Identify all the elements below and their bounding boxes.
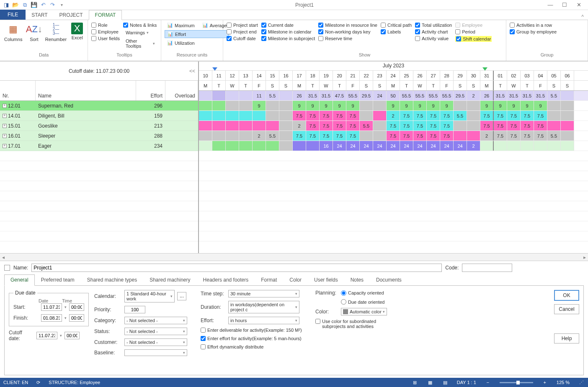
schedule-cell[interactable]: 7.5 xyxy=(346,121,360,131)
schedule-cell[interactable] xyxy=(226,141,239,151)
col-header-name[interactable]: Name xyxy=(36,81,136,100)
chk-notes[interactable]: Notes & links xyxy=(123,23,157,28)
calendar-select[interactable]: 1 Standard 40-hour work xyxy=(124,290,175,302)
resize-handle-icon[interactable]: ⋰ xyxy=(578,380,585,385)
schedule-cell[interactable] xyxy=(266,141,279,151)
chk-current-date[interactable]: Current date xyxy=(261,23,315,28)
schedule-cell[interactable]: 5.5 xyxy=(360,121,373,131)
tab-format[interactable]: FORMAT xyxy=(89,10,122,20)
expand-icon[interactable]: + xyxy=(3,144,7,148)
tab-file[interactable]: FILE xyxy=(0,10,26,20)
schedule-cell[interactable] xyxy=(279,141,293,151)
employee-row[interactable]: +17.01 Eager 234 xyxy=(0,141,198,151)
calendar-browse-button[interactable]: ... xyxy=(177,292,186,300)
schedule-cell[interactable]: 7.5 xyxy=(306,131,320,141)
schedule-cell[interactable]: 7.5 xyxy=(306,111,320,120)
renumber-button[interactable]: 1—2—3—Renumber xyxy=(45,22,67,43)
chk-reserve-time[interactable]: Reserve time xyxy=(318,36,377,41)
schedule-cell[interactable]: 24 xyxy=(346,141,360,151)
schedule-cell[interactable]: 7.5 xyxy=(333,111,346,120)
schedule-cell[interactable]: 7.5 xyxy=(427,121,440,131)
radio-capacity[interactable]: Capacity oriented xyxy=(341,290,384,296)
schedule-cell[interactable]: 9 xyxy=(494,101,507,110)
schedule-cell[interactable] xyxy=(534,141,547,151)
open-icon[interactable]: 📂 xyxy=(12,1,19,9)
schedule-cell[interactable]: 7.5 xyxy=(413,121,427,131)
view-icon-1[interactable]: ⊞ xyxy=(412,380,418,385)
schedule-cell[interactable] xyxy=(373,121,387,131)
effort-select[interactable]: in hours xyxy=(228,317,299,324)
utilization-button[interactable]: 📊Utilization xyxy=(165,39,229,46)
chk-milestone-res[interactable]: Milestone in resource line xyxy=(318,23,377,28)
schedule-cell[interactable]: 7.5 xyxy=(494,111,507,120)
chk-cutoff-date[interactable]: Cutoff date xyxy=(227,36,258,41)
schedule-cell[interactable] xyxy=(561,121,574,131)
schedule-cell[interactable]: 7.5 xyxy=(400,131,413,141)
schedule-cell[interactable]: 7.5 xyxy=(534,121,547,131)
chk-period[interactable]: Period xyxy=(455,29,492,34)
schedule-cell[interactable]: 7.5 xyxy=(427,111,440,120)
expand-icon[interactable]: + xyxy=(3,104,7,108)
ptab-general[interactable]: General xyxy=(4,274,35,286)
schedule-cell[interactable]: 7.5 xyxy=(440,121,454,131)
schedule-cell[interactable]: 24 xyxy=(360,141,373,151)
schedule-cell[interactable] xyxy=(454,121,467,131)
schedule-cell[interactable]: 5.5 xyxy=(266,131,279,141)
schedule-cell[interactable]: 7.5 xyxy=(440,111,454,120)
chk-total-util[interactable]: Total utilization xyxy=(415,23,452,28)
schedule-cell[interactable] xyxy=(239,111,253,120)
schedule-cell[interactable]: 7.5 xyxy=(306,121,320,131)
chk-group-employee[interactable]: Group by employee xyxy=(510,29,557,34)
schedule-cell[interactable]: 7.5 xyxy=(320,111,333,120)
chk-enter-effort[interactable]: Enter effort for activity(Example: 5 man… xyxy=(201,336,305,341)
employee-row[interactable]: +16.01 Sleeper 288 xyxy=(0,131,198,141)
schedule-cell[interactable] xyxy=(561,101,574,110)
schedule-cell[interactable] xyxy=(467,121,480,131)
schedule-cell[interactable] xyxy=(199,131,212,141)
schedule-cell[interactable]: 7.5 xyxy=(507,121,521,131)
start-date-input[interactable] xyxy=(41,303,62,311)
chk-nonworking[interactable]: Non-working days key xyxy=(318,29,377,34)
cutoff-time-input[interactable] xyxy=(64,332,80,339)
ptab-docs[interactable]: Documents xyxy=(370,274,408,285)
finish-date-input[interactable] xyxy=(41,314,62,322)
name-input[interactable] xyxy=(31,264,442,272)
color-select[interactable]: Automatic color xyxy=(341,308,387,315)
chk-milestone-cal[interactable]: Milestone in calendar xyxy=(261,29,315,34)
chk-employee[interactable]: Employee xyxy=(91,29,120,34)
schedule-cell[interactable] xyxy=(253,121,266,131)
schedule-cell[interactable]: 9 xyxy=(293,101,306,110)
employee-row[interactable]: +15.01 Goeslike 213 xyxy=(0,121,198,131)
zoom-out-button[interactable]: − xyxy=(485,380,491,385)
schedule-cell[interactable]: 24 xyxy=(440,141,454,151)
view-icon-3[interactable]: ▤ xyxy=(442,380,449,385)
undo-stack-icon[interactable]: ⧉ xyxy=(21,1,28,9)
schedule-cell[interactable] xyxy=(266,111,279,120)
zoom-in-button[interactable]: + xyxy=(542,380,548,385)
close-button[interactable]: ✕ xyxy=(574,2,584,8)
chk-deliverable[interactable]: Enter deliverable for activity(Example: … xyxy=(201,328,305,333)
finish-time-input[interactable] xyxy=(69,314,84,322)
effort-button[interactable]: 📊Effort xyxy=(165,30,229,38)
schedule-cell[interactable] xyxy=(547,111,561,120)
duration-select[interactable]: in workdays(dependent on project c xyxy=(228,301,299,313)
schedule-cell[interactable] xyxy=(226,131,239,141)
schedule-cell[interactable] xyxy=(467,131,480,141)
schedule-cell[interactable]: 2 xyxy=(253,131,266,141)
schedule-cell[interactable]: 24 xyxy=(427,141,440,151)
schedule-cell[interactable]: 7.5 xyxy=(494,131,507,141)
chk-role[interactable]: Role xyxy=(91,23,120,28)
save-icon[interactable]: 💾 xyxy=(30,1,38,9)
customer-select[interactable]: - Not selected - xyxy=(124,338,187,346)
col-header-overload[interactable]: Overload xyxy=(165,81,198,100)
schedule-cell[interactable] xyxy=(547,101,561,110)
schedule-cell[interactable]: 9 xyxy=(507,101,521,110)
schedule-cell[interactable] xyxy=(226,111,239,120)
schedule-cell[interactable]: 7.5 xyxy=(333,131,346,141)
maximum-button[interactable]: 📊Maximum xyxy=(165,22,197,29)
schedule-cell[interactable]: 7.5 xyxy=(387,121,400,131)
schedule-cell[interactable]: 7.5 xyxy=(507,111,521,120)
schedule-cell[interactable]: 7.5 xyxy=(480,121,494,131)
schedule-cell[interactable]: 7.5 xyxy=(333,121,346,131)
expand-icon[interactable]: + xyxy=(3,124,7,128)
